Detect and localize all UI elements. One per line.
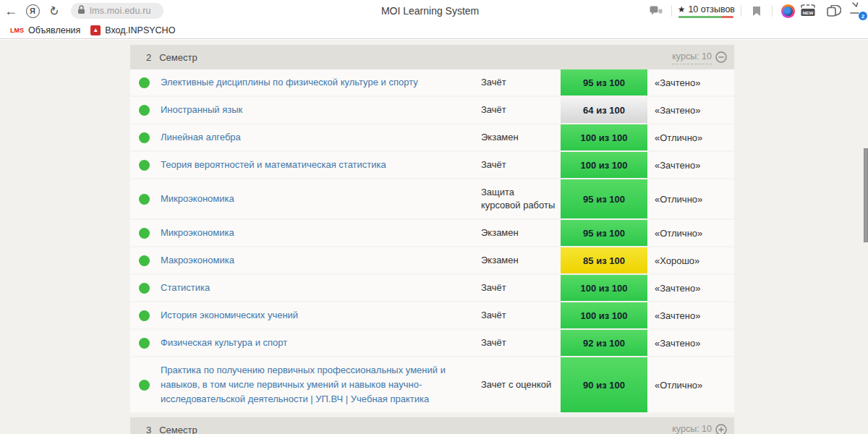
site-feedback-icon[interactable]: [647, 1, 665, 20]
collapse-minus-icon[interactable]: [715, 51, 727, 63]
course-link[interactable]: Статистика: [161, 282, 210, 293]
grade-text: «Хорошо»: [647, 255, 734, 266]
back-icon: ←: [4, 4, 17, 19]
assessment-type: Зачёт: [481, 158, 561, 171]
course-link[interactable]: Линейная алгебра: [161, 132, 241, 142]
course-link[interactable]: Элективные дисциплины по физической куль…: [161, 77, 418, 88]
table-row: Иностранный язык Зачёт 64 из 100 «Зачтен…: [130, 97, 734, 124]
course-link[interactable]: История экономических учений: [161, 310, 298, 320]
grade-text: «Отлично»: [647, 228, 734, 239]
assessment-type: Зачёт: [481, 309, 561, 322]
status-dot-icon: [139, 132, 150, 143]
assessment-type: Экзамен: [481, 226, 561, 239]
course-link[interactable]: Микроэкономика: [161, 193, 234, 204]
collections-icon[interactable]: [825, 1, 843, 20]
assessment-type: Экзамен: [481, 131, 561, 144]
assessment-type: Зачет с оценкой: [481, 378, 561, 391]
score-badge: 95 из 100: [561, 179, 647, 218]
gradebook-table: 2 Семестр курсы: 10 Элективные дисциплин…: [130, 45, 734, 434]
toolbar-separator: [671, 5, 672, 17]
status-dot-icon: [139, 105, 150, 116]
table-row: Макроэкономика Экзамен 85 из 100 «Хорошо…: [130, 247, 734, 275]
grade-text: «Зачтено»: [647, 338, 734, 349]
reviews-ratio-bar: [678, 16, 733, 18]
bookmark-item-announcements[interactable]: LMS Объявления: [10, 25, 80, 35]
reviews-bar-positive: [678, 16, 721, 18]
table-row: Статистика Зачёт 100 из 100 «Зачтено»: [130, 275, 734, 302]
status-dot-icon: [139, 160, 150, 171]
score-badge: 90 из 100: [561, 357, 647, 412]
table-row: Микроэкономика Экзамен 95 из 100 «Отличн…: [130, 220, 734, 247]
score-badge: 100 из 100: [561, 275, 647, 301]
score-badge: 95 из 100: [561, 220, 647, 246]
site-reviews-widget[interactable]: ★ 10 отзывов: [678, 4, 735, 18]
status-dot-icon: [139, 77, 150, 88]
refresh-icon: ↻: [47, 3, 61, 20]
assessment-type: Зачёт: [481, 76, 561, 89]
browser-toolbar: ← Я ↻ lms.moi.edu.ru MOI Learning System…: [0, 0, 868, 22]
grade-text: «Зачтено»: [647, 160, 734, 171]
refresh-button[interactable]: ↻: [43, 1, 65, 20]
lock-icon: [77, 4, 85, 17]
address-bar[interactable]: lms.moi.edu.ru: [71, 3, 163, 19]
new-icon-label: NEW: [803, 10, 814, 15]
course-link[interactable]: Практика по получению первичных професси…: [161, 365, 446, 404]
score-badge: 100 из 100: [561, 302, 647, 328]
grade-text: «Зачтено»: [647, 310, 734, 321]
page-content: 2 Семестр курсы: 10 Элективные дисциплин…: [0, 40, 868, 434]
table-row: Линейная алгебра Экзамен 100 из 100 «Отл…: [130, 124, 734, 152]
bookmark-label: Вход.INPSYCHO: [105, 25, 175, 35]
semester-3-header: 3 Семестр курсы: 10: [130, 417, 734, 434]
whats-new-icon[interactable]: NEW: [797, 1, 819, 20]
bookmark-flag-icon[interactable]: [747, 1, 766, 20]
score-badge: 64 из 100: [561, 97, 647, 123]
semester-number: 2: [146, 52, 151, 63]
course-link[interactable]: Микроэкономика: [161, 227, 234, 238]
semester-number: 3: [146, 425, 151, 434]
courses-count-link[interactable]: курсы: 10: [672, 422, 712, 434]
status-dot-icon: [139, 255, 150, 266]
expand-plus-icon[interactable]: [715, 424, 727, 434]
courses-count-link[interactable]: курсы: 10: [672, 50, 712, 64]
back-button[interactable]: ←: [0, 1, 22, 20]
yandex-logo-icon: Я: [26, 4, 40, 18]
course-link[interactable]: Теория вероятностей и математическая ста…: [161, 159, 386, 170]
bookmark-label: Объявления: [28, 25, 80, 35]
status-dot-icon: [139, 194, 150, 205]
status-dot-icon: [139, 228, 150, 239]
table-row: История экономических учений Зачёт 100 и…: [130, 302, 734, 330]
table-row: Практика по получению первичных професси…: [130, 357, 734, 414]
semester-2-header: 2 Семестр курсы: 10: [130, 45, 734, 69]
scrollbar-thumb[interactable]: [864, 148, 868, 242]
toolbar-separator: [741, 5, 741, 17]
score-badge: 92 из 100: [561, 330, 647, 356]
lms-favicon: LMS: [10, 27, 24, 34]
yandex-home-button[interactable]: Я: [22, 1, 43, 20]
score-badge: 95 из 100: [561, 69, 647, 95]
assessment-type: Экзамен: [481, 254, 561, 267]
grade-text: «Зачтено»: [647, 283, 734, 294]
table-row: Теория вероятностей и математическая ста…: [130, 152, 734, 179]
status-dot-icon: [139, 310, 150, 321]
toolbar-separator: [772, 5, 773, 17]
status-dot-icon: [139, 380, 150, 391]
assessment-type: Зачёт: [481, 336, 561, 349]
course-link[interactable]: Иностранный язык: [161, 104, 242, 115]
score-badge: 100 из 100: [561, 124, 647, 150]
course-link[interactable]: Макроэкономика: [161, 255, 234, 265]
reviews-count-label: 10 отзывов: [688, 4, 735, 14]
bookmark-item-inpsycho[interactable]: ▲ Вход.INPSYCHO: [90, 25, 175, 35]
grade-text: «Зачтено»: [647, 105, 734, 116]
table-row: Микроэкономика Защита курсовой работы 95…: [130, 179, 734, 220]
extension-icon[interactable]: [778, 1, 797, 20]
status-dot-icon: [139, 283, 150, 294]
semester-title: Семестр: [159, 425, 197, 434]
page-title: MOI Learning System: [381, 0, 479, 22]
grade-text: «Зачтено»: [647, 77, 734, 88]
course-link[interactable]: Физическая культура и спорт: [161, 337, 287, 348]
download-count-badge: 2: [859, 12, 867, 20]
score-badge: 100 из 100: [561, 152, 647, 178]
table-row: Физическая культура и спорт Зачёт 92 из …: [130, 330, 734, 357]
inpsycho-favicon: ▲: [90, 25, 101, 35]
downloads-button[interactable]: 2: [848, 1, 867, 20]
